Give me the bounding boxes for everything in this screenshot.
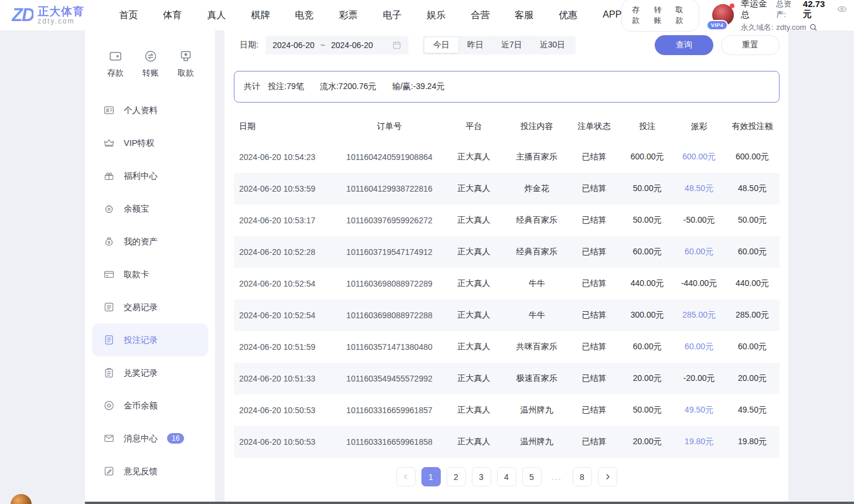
sidebar-item-label: 我的资产 [124,236,158,247]
date-to: 2024-06-20 [331,40,373,50]
page-buttons: 12345...8 [421,467,592,486]
page-button-8[interactable]: 8 [573,467,592,486]
cell-platform: 正大真人 [441,426,507,458]
cell-date: 2024-06-20 10:52:54 [234,268,338,299]
search-icon[interactable] [809,23,818,32]
page-ellipsis[interactable]: ... [547,467,567,486]
sidebar-item-transaction-records[interactable]: 交易记录 [92,291,208,323]
next-page-button[interactable] [598,467,617,486]
horizontal-scrollbar[interactable] [85,502,854,504]
sidebar-item-label: 福利中心 [124,171,158,182]
cell-bet: 300.00元 [621,299,673,331]
quick-action-withdraw[interactable]: 取款 [178,49,194,79]
sidebar-item-yuebao[interactable]: 余额宝 [92,192,208,225]
cell-payout: 48.50元 [673,173,724,205]
nav-item-3[interactable]: 真人 [207,9,226,22]
quick-range-group: 今日昨日近7日近30日 [423,36,576,55]
cell-valid: 60.00元 [725,331,780,363]
nav-item-1[interactable]: 首页 [119,9,138,22]
cell-status: 已结算 [567,173,621,205]
sidebar-item-vip-privilege[interactable]: VIP特权 [92,127,208,159]
cell-platform: 正大真人 [441,363,507,394]
quick-range-today[interactable]: 今日 [424,38,458,53]
summary-prefix: 共计 [244,81,260,92]
envelope-icon [103,433,115,444]
cell-order: 1011604240591908864 [338,141,441,173]
cell-date: 2024-06-20 10:52:54 [234,299,338,331]
page-button-3[interactable]: 3 [472,467,491,486]
prev-page-button[interactable] [396,467,416,486]
cell-content: 经典百家乐 [506,205,566,236]
quick-range-last30days[interactable]: 近30日 [531,38,574,53]
cell-date: 2024-06-20 10:51:33 [234,363,338,394]
column-header-6: 投注 [621,112,673,141]
cell-date: 2024-06-20 10:53:59 [234,173,338,205]
nav-item-8[interactable]: 娱乐 [427,9,445,22]
nav-item-2[interactable]: 体育 [163,9,182,22]
wallet-action-deposit[interactable]: 存款 [632,5,645,26]
nav-item-5[interactable]: 电竞 [295,9,314,22]
cell-platform: 正大真人 [441,141,507,173]
sidebar-item-profile[interactable]: 个人资料 [92,94,208,127]
sidebar-item-message-center[interactable]: 消息中心16 [92,422,208,455]
cell-order: 1011603698088972289 [338,268,441,299]
page-button-5[interactable]: 5 [522,467,542,486]
eye-icon[interactable] [837,4,847,14]
sidebar-item-coin-balance[interactable]: 金币余额 [92,389,208,422]
cell-bet: 50.00元 [621,173,673,205]
reset-button[interactable]: 重置 [721,35,780,55]
clipboard-icon [103,367,115,379]
sidebar-item-label: 金币余额 [124,400,158,411]
cell-order: 1011603549455572992 [338,363,441,394]
cell-order: 1011603316659961857 [338,394,441,426]
cell-platform: 正大真人 [441,299,507,331]
cell-platform: 正大真人 [441,236,507,268]
cell-payout: 60.00元 [673,331,724,363]
wallet-action-withdraw[interactable]: 取款 [676,5,689,26]
cell-valid: 49.50元 [725,394,780,426]
chevron-left-icon [402,472,410,481]
sidebar-item-label: 消息中心 [124,433,158,444]
date-range-input[interactable]: 2024-06-20 ~ 2024-06-20 [266,36,409,55]
page-button-2[interactable]: 2 [447,467,466,486]
quick-range-yesterday[interactable]: 昨日 [458,38,492,53]
cell-status: 已结算 [567,299,621,331]
sidebar-item-label: VIP特权 [124,138,154,149]
page-button-4[interactable]: 4 [497,467,516,486]
nav-item-7[interactable]: 电子 [383,9,402,22]
page-button-1[interactable]: 1 [421,467,441,486]
sidebar-item-redeem-records[interactable]: 兑奖记录 [92,356,208,389]
sidebar-item-feedback[interactable]: 意见反馈 [92,455,208,488]
sidebar-quick-actions: 存款转账取款 [85,30,215,79]
cell-bet: 440.00元 [621,268,673,299]
sidebar-item-withdraw-card[interactable]: 取款卡 [92,258,208,291]
summary-item-2: 流水:7200.76元 [319,81,376,92]
wallet-action-transfer[interactable]: 转账 [654,5,666,26]
nav-item-6[interactable]: 彩票 [339,9,358,22]
quick-action-label: 取款 [178,68,194,79]
crown-icon [103,137,115,149]
sidebar-item-welfare-center[interactable]: 福利中心 [92,159,208,192]
cell-content: 极速百家乐 [506,363,566,394]
quick-action-deposit[interactable]: 存款 [107,49,124,79]
sidebar-item-my-assets[interactable]: 我的资产 [92,225,208,258]
nav-item-11[interactable]: 优惠 [559,9,577,22]
nav-item-9[interactable]: 合营 [471,9,489,22]
avatar[interactable]: VIP4 [712,4,734,26]
cell-order: 1011603316659961858 [338,426,441,458]
floating-widget[interactable] [11,494,32,504]
nav-item-12[interactable]: APP [603,9,621,22]
sidebar-menu: 个人资料VIP特权福利中心余额宝我的资产取款卡交易记录投注记录兑奖记录金币余额消… [85,94,215,488]
app-logo[interactable]: ZD 正大体育 zdty.com [12,5,97,26]
sidebar-item-bet-records[interactable]: 投注记录 [92,323,208,356]
nav-item-4[interactable]: 棋牌 [251,9,270,22]
nav-item-10[interactable]: 客服 [515,9,533,22]
date-from: 2024-06-20 [273,40,315,50]
quick-action-transfer[interactable]: 转账 [142,49,159,79]
total-assets-value: 42.73元 [803,0,829,20]
bank-card-icon [103,268,115,280]
column-header-1: 日期 [234,112,338,141]
quick-range-last7days[interactable]: 近7日 [492,38,531,53]
cell-date: 2024-06-20 10:53:17 [234,205,338,236]
search-button[interactable]: 查询 [655,35,713,55]
